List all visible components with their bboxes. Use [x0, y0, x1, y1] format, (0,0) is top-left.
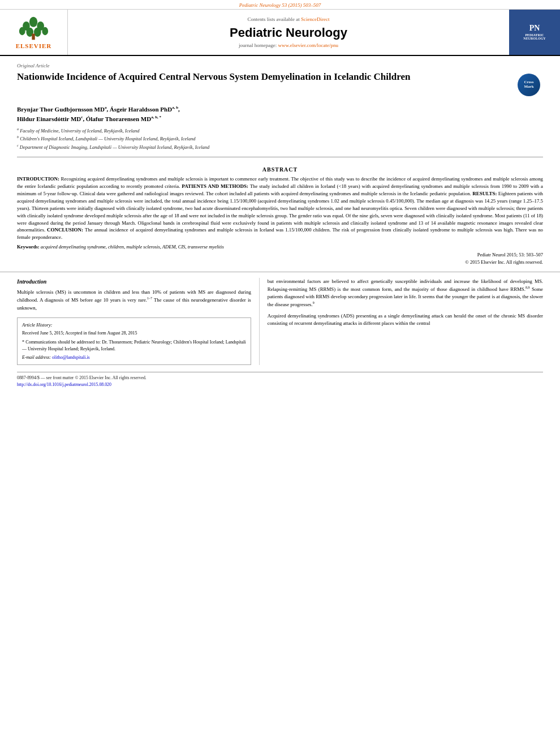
journal-header: ELSEVIER Contents lists available at Sci…	[0, 10, 560, 56]
introduction-heading: Introduction	[17, 278, 251, 286]
journal-center-info: Contents lists available at ScienceDirec…	[68, 10, 509, 55]
keywords-label: Keywords:	[17, 244, 40, 250]
author-2: Ásgeir Haraldsson PhDa, b,	[110, 106, 180, 113]
body-left-column: Introduction Multiple sclerosis (MS) is …	[17, 278, 259, 366]
science-direct-text: Contents lists available at ScienceDirec…	[248, 16, 330, 22]
journal-ref-text: Pediatric Neurology 53 (2015) 503–507	[239, 2, 321, 8]
footer-divider	[17, 372, 543, 372]
history-box-title: Article History:	[22, 321, 246, 329]
elsevier-tree-icon	[15, 16, 52, 41]
elsevier-brand-text: ELSEVIER	[16, 42, 52, 49]
divider-thin-1	[17, 157, 543, 157]
patients-label: PATIENTS AND METHODS:	[182, 183, 248, 189]
article-history-box: Article History: Received June 5, 2015; …	[17, 317, 251, 366]
article-body: Introduction Multiple sclerosis (MS) is …	[0, 272, 560, 366]
journal-homepage: journal homepage: www.elsevier.com/locat…	[239, 42, 338, 48]
email-line: E-mail address: olitho@landspitali.is	[22, 354, 246, 361]
footer-doi[interactable]: http://dx.doi.org/10.1016/j.pediatrneuro…	[17, 381, 543, 388]
intro-para3: Acquired demyelinating syndromes (ADS) p…	[268, 312, 543, 327]
svg-point-0	[29, 16, 37, 27]
pub-line1: Pediatr Neurol 2015; 53: 503–507	[17, 251, 543, 259]
correspondence-text: * Communications should be addressed to:…	[22, 339, 246, 353]
keywords-text: acquired demyelinating syndrome, childre…	[41, 244, 224, 250]
journal-name: Pediatric Neurology	[230, 25, 347, 40]
intro-label: INTRODUCTION:	[17, 176, 59, 182]
right-journal-logo: PN PEDIATRIC NEUROLOGY	[509, 10, 560, 55]
conclusion-label: CONCLUSION:	[47, 227, 83, 233]
right-logo-line2: NEUROLOGY	[523, 37, 545, 40]
intro-para2: but environmental factors are believed t…	[268, 278, 543, 309]
article-type-label: Original Article	[17, 63, 543, 68]
article-title: Nationwide Incidence of Acquired Central…	[17, 71, 410, 83]
svg-rect-7	[32, 33, 35, 40]
conclusion-text: The annual incidence of acquired demyeli…	[17, 227, 543, 240]
author-1: Brynjar Thor Gudbjornsson MDa,	[17, 106, 108, 113]
affiliation-a: a Faculty of Medicine, University of Ice…	[17, 127, 543, 135]
elsevier-logo: ELSEVIER	[0, 10, 68, 55]
affiliations: a Faculty of Medicine, University of Ice…	[17, 127, 543, 151]
journal-reference-bar: Pediatric Neurology 53 (2015) 503–507	[0, 0, 560, 10]
email-address[interactable]: olitho@landspitali.is	[52, 355, 90, 360]
body-right-column: but environmental factors are believed t…	[259, 278, 543, 366]
affiliation-b: b Children's Hospital Iceland, Landspíta…	[17, 135, 543, 143]
keywords-line: Keywords: acquired demyelinating syndrom…	[17, 244, 543, 250]
affiliation-c: c Department of Diagnostic Imaging, Land…	[17, 143, 543, 151]
results-label: RESULTS:	[472, 191, 497, 196]
article-title-row: Nationwide Incidence of Acquired Central…	[17, 71, 543, 99]
svg-point-3	[19, 27, 25, 35]
history-received: Received June 5, 2015; Accepted in final…	[22, 330, 246, 337]
sciencedirect-link[interactable]: ScienceDirect	[301, 16, 329, 22]
email-label: E-mail address:	[22, 355, 51, 360]
svg-point-4	[42, 27, 48, 35]
pub-info: Pediatr Neurol 2015; 53: 503–507 © 2015 …	[17, 251, 543, 266]
intro-para1: Multiple sclerosis (MS) is uncommon in c…	[17, 289, 251, 311]
crossmark-badge[interactable]: CrossMark	[515, 71, 543, 99]
authors-list: Brynjar Thor Gudbjornsson MDa, Ásgeir Ha…	[17, 105, 543, 123]
svg-point-6	[34, 27, 41, 36]
abstract-section: ABSTRACT INTRODUCTION: Recognizing acqui…	[0, 166, 560, 265]
author-4: Ólafur Thorarensen MDa, b, *	[86, 115, 161, 122]
abstract-body: INTRODUCTION: Recognizing acquired demye…	[17, 175, 543, 241]
article-header-section: Original Article Nationwide Incidence of…	[0, 56, 560, 166]
footer-issn: 0887-8994/$ — see front matter © 2015 El…	[17, 375, 543, 381]
journal-homepage-link[interactable]: www.elsevier.com/locate/pnu	[278, 42, 338, 48]
author-3: Hildur Einarsdóttir MDc,	[17, 115, 84, 122]
abstract-title: ABSTRACT	[17, 166, 543, 173]
footer-notes: 0887-8994/$ — see front matter © 2015 El…	[0, 365, 560, 393]
pub-line2: © 2015 Elsevier Inc. All rights reserved…	[17, 259, 543, 266]
